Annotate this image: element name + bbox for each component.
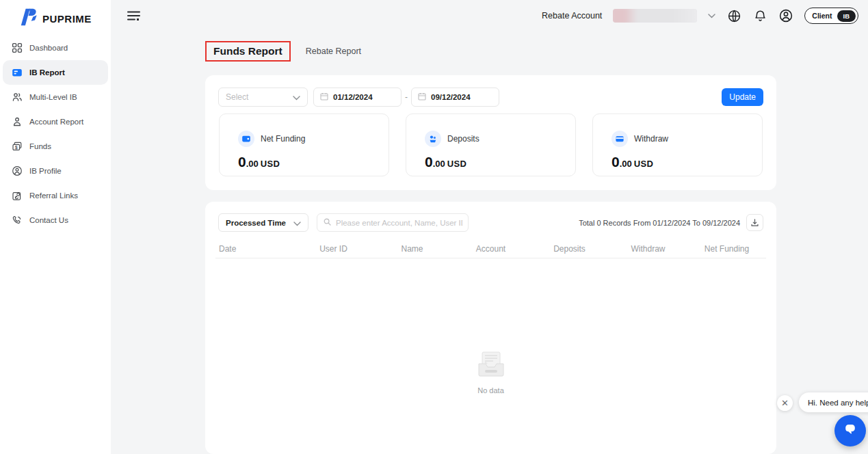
column-header-net-funding[interactable]: Net Funding [687, 244, 766, 254]
card-label: Withdraw [634, 134, 668, 144]
toggle-ib-label[interactable]: IB [837, 10, 856, 22]
tab-funds-report[interactable]: Funds Report [205, 41, 291, 62]
sidebar-item-label: Contact Us [29, 216, 68, 224]
account-report-icon [11, 116, 23, 128]
net-funding-icon [238, 131, 254, 147]
column-header-date[interactable]: Date [215, 244, 294, 254]
date-range-separator: - [405, 92, 408, 102]
date-from-field[interactable] [313, 88, 402, 107]
empty-state: No data [205, 351, 776, 395]
download-button[interactable] [746, 214, 763, 231]
sort-chevron-down-icon [293, 217, 301, 229]
sidebar-item-label: Dashboard [29, 44, 68, 52]
contact-us-icon [11, 215, 23, 226]
funds-records-panel: Processed Time Total 0 Records From 01/1… [205, 202, 776, 454]
card-amount: 0.00USD [425, 154, 575, 170]
sidebar-item-label: IB Report [29, 68, 65, 77]
chat-close-button[interactable]: ✕ [777, 395, 793, 411]
tab-rebate-report[interactable]: Rebate Report [306, 46, 361, 56]
brand-name: PUPRIME [42, 13, 92, 25]
calendar-icon [320, 91, 328, 103]
chat-bubble-icon [842, 421, 858, 440]
deposits-icon [425, 131, 441, 147]
rebate-account-value-redacted[interactable] [613, 9, 697, 23]
column-header-deposits[interactable]: Deposits [530, 244, 609, 254]
language-globe-icon[interactable] [726, 8, 741, 23]
sidebar-item-label: Funds [29, 142, 51, 150]
sidebar-item-label: IB Profile [29, 167, 62, 175]
sidebar-item-dashboard[interactable]: Dashboard [3, 36, 108, 60]
account-select[interactable]: Select [218, 88, 308, 107]
no-data-box-icon [476, 351, 506, 381]
sidebar-collapse-icon[interactable] [126, 8, 141, 23]
net-funding-card: Net Funding 0.00USD [219, 113, 389, 176]
date-from-input[interactable] [333, 93, 391, 101]
user-profile-icon[interactable] [778, 8, 793, 23]
stat-cards: Net Funding 0.00USD Deposits 0.00USD [219, 113, 763, 176]
sidebar-nav: Dashboard IB Report Multi-Level IB [0, 36, 111, 232]
brand-logo: PUPRIME [0, 0, 111, 30]
search-icon [323, 217, 332, 229]
withdraw-card: Withdraw 0.00USD [592, 113, 763, 176]
client-ib-toggle[interactable]: Client IB [804, 8, 858, 24]
column-header-account[interactable]: Account [451, 244, 530, 254]
topbar: Rebate Account Client IB [111, 0, 868, 31]
notifications-bell-icon[interactable] [752, 8, 767, 23]
svg-text:$: $ [15, 145, 18, 150]
table-controls: Processed Time Total 0 Records From 01/1… [218, 213, 763, 232]
close-icon: ✕ [781, 398, 789, 408]
sidebar-item-contact-us[interactable]: Contact Us [3, 208, 108, 232]
card-label: Deposits [447, 134, 479, 144]
column-header-user-id[interactable]: User ID [294, 244, 373, 254]
select-placeholder: Select [226, 92, 248, 102]
card-amount: 0.00USD [238, 154, 389, 170]
rebate-account-label: Rebate Account [542, 11, 602, 21]
sidebar-item-label: Account Report [29, 118, 83, 126]
account-chevron-down-icon[interactable] [708, 14, 715, 18]
sidebar-item-referral-links[interactable]: Referral Links [3, 183, 108, 208]
records-summary: Total 0 Records From 01/12/2024 To 09/12… [579, 219, 740, 227]
sort-selected-value: Processed Time [226, 219, 286, 227]
referral-links-icon [11, 190, 23, 202]
funds-summary-panel: Select - Update [205, 75, 776, 190]
sidebar-item-label: Referral Links [29, 191, 78, 200]
filter-row: Select - Update [218, 88, 763, 107]
chat-greeting-bubble[interactable]: Hi. Need any help? [799, 392, 868, 412]
search-field[interactable] [317, 213, 469, 232]
column-header-withdraw[interactable]: Withdraw [609, 244, 687, 254]
sort-by-select[interactable]: Processed Time [218, 213, 308, 232]
search-input[interactable] [336, 219, 462, 227]
toggle-client-label[interactable]: Client [812, 12, 832, 20]
sidebar-item-account-report[interactable]: Account Report [3, 109, 108, 134]
report-tabs: Funds Report Rebate Report [205, 41, 361, 62]
deposits-card: Deposits 0.00USD [406, 113, 576, 176]
sidebar-item-funds[interactable]: $ Funds [3, 134, 108, 159]
sidebar-item-label: Multi-Level IB [29, 93, 77, 101]
calendar-icon [418, 91, 426, 103]
sidebar: PUPRIME Dashboard IB Report [0, 0, 111, 454]
multi-level-ib-icon [11, 92, 23, 103]
no-data-label: No data [477, 386, 504, 395]
ib-report-icon [11, 67, 23, 79]
sidebar-item-multi-level-ib[interactable]: Multi-Level IB [3, 85, 108, 109]
table-header-row: Date User ID Name Account Deposits Withd… [215, 239, 766, 258]
column-header-name[interactable]: Name [373, 244, 451, 254]
card-amount: 0.00USD [611, 154, 762, 170]
puprime-logo-icon [21, 8, 38, 29]
dashboard-icon [11, 42, 23, 54]
chat-launcher-button[interactable] [834, 415, 866, 446]
funds-icon: $ [11, 141, 23, 152]
ib-profile-icon [11, 165, 23, 177]
date-to-field[interactable] [411, 88, 499, 107]
select-chevron-down-icon [293, 91, 300, 103]
date-to-input[interactable] [431, 93, 488, 101]
sidebar-item-ib-profile[interactable]: IB Profile [3, 159, 108, 183]
card-label: Net Funding [261, 134, 305, 144]
sidebar-item-ib-report[interactable]: IB Report [3, 60, 108, 85]
update-button[interactable]: Update [722, 88, 763, 106]
withdraw-icon [611, 131, 628, 147]
